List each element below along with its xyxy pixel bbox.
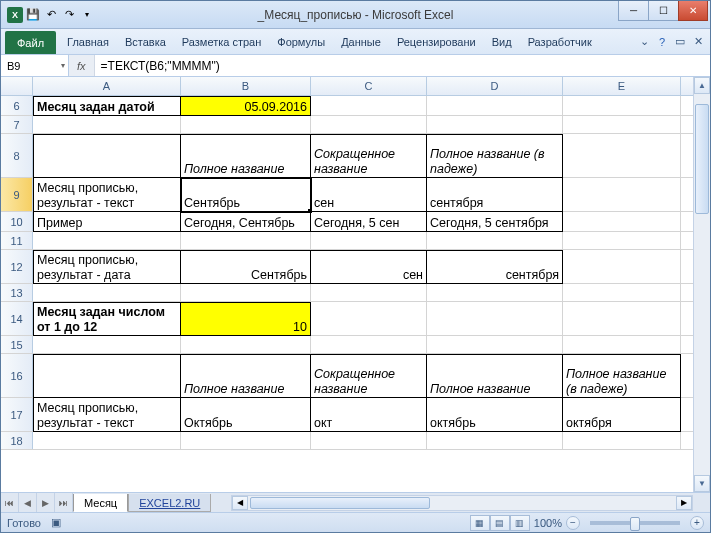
- cell-D14[interactable]: [427, 302, 563, 335]
- cell-A6[interactable]: Месяц задан датой: [33, 96, 181, 116]
- qat-dropdown-icon[interactable]: ▾: [79, 7, 95, 23]
- row-header[interactable]: 18: [1, 432, 33, 449]
- cell-E17[interactable]: октября: [563, 398, 681, 432]
- cell-A10[interactable]: Пример: [33, 212, 181, 232]
- cell-E9[interactable]: [563, 178, 681, 211]
- cell-E12[interactable]: [563, 250, 681, 283]
- undo-icon[interactable]: ↶: [43, 7, 59, 23]
- row-header[interactable]: 17: [1, 398, 33, 431]
- formula-input[interactable]: =ТЕКСТ(B6;"ММММ"): [95, 55, 710, 76]
- row-header[interactable]: 12: [1, 250, 33, 283]
- cell-D17[interactable]: октябрь: [427, 398, 563, 432]
- cell-C17[interactable]: окт: [311, 398, 427, 432]
- cell-B7[interactable]: [181, 116, 311, 134]
- cell-E13[interactable]: [563, 284, 681, 302]
- cell-B10[interactable]: Сегодня, Сентябрь: [181, 212, 311, 232]
- sheet-nav-prev-icon[interactable]: ◀: [19, 493, 37, 512]
- hscroll-thumb[interactable]: [250, 497, 430, 509]
- row-header[interactable]: 9: [1, 178, 33, 211]
- horizontal-scrollbar[interactable]: ◀ ▶: [231, 495, 693, 511]
- close-button[interactable]: ✕: [678, 1, 708, 21]
- cell-C13[interactable]: [311, 284, 427, 302]
- cell-C12[interactable]: сен: [311, 250, 427, 284]
- cell-B11[interactable]: [181, 232, 311, 250]
- view-page-break-button[interactable]: ▥: [510, 515, 530, 531]
- macro-record-icon[interactable]: ▣: [51, 516, 61, 529]
- help-icon[interactable]: ?: [654, 34, 670, 50]
- scroll-left-button[interactable]: ◀: [232, 496, 248, 510]
- tab-developer[interactable]: Разработчик: [520, 29, 600, 54]
- row-header[interactable]: 16: [1, 354, 33, 397]
- save-icon[interactable]: 💾: [25, 7, 41, 23]
- cell-B13[interactable]: [181, 284, 311, 302]
- cell-B6[interactable]: 05.09.2016: [181, 96, 311, 116]
- cell-E11[interactable]: [563, 232, 681, 250]
- cell-D12[interactable]: сентября: [427, 250, 563, 284]
- name-box[interactable]: B9: [1, 55, 69, 76]
- sheet-nav-last-icon[interactable]: ⏭: [55, 493, 73, 512]
- row-header[interactable]: 11: [1, 232, 33, 249]
- row-header[interactable]: 14: [1, 302, 33, 335]
- cell-A8[interactable]: [33, 134, 181, 178]
- cell-D7[interactable]: [427, 116, 563, 134]
- row-header[interactable]: 13: [1, 284, 33, 301]
- window-close-icon[interactable]: ✕: [690, 34, 706, 50]
- cell-A11[interactable]: [33, 232, 181, 250]
- cell-E16[interactable]: Полное название (в падеже): [563, 354, 681, 398]
- cell-A18[interactable]: [33, 432, 181, 450]
- scroll-up-button[interactable]: ▲: [694, 77, 710, 94]
- cell-D16[interactable]: Полное название: [427, 354, 563, 398]
- tab-review[interactable]: Рецензировани: [389, 29, 484, 54]
- maximize-button[interactable]: ☐: [648, 1, 678, 21]
- col-header-A[interactable]: A: [33, 77, 181, 95]
- zoom-in-button[interactable]: +: [690, 516, 704, 530]
- select-all-corner[interactable]: [1, 77, 33, 95]
- cell-C9[interactable]: сен: [311, 178, 427, 212]
- cell-E15[interactable]: [563, 336, 681, 354]
- tab-insert[interactable]: Вставка: [117, 29, 174, 54]
- row-header[interactable]: 6: [1, 96, 33, 115]
- row-header[interactable]: 15: [1, 336, 33, 353]
- col-header-C[interactable]: C: [311, 77, 427, 95]
- cell-C8[interactable]: Сокращенное название: [311, 134, 427, 178]
- cell-C11[interactable]: [311, 232, 427, 250]
- cell-B14[interactable]: 10: [181, 302, 311, 336]
- window-restore-icon[interactable]: ▭: [672, 34, 688, 50]
- col-header-E[interactable]: E: [563, 77, 681, 95]
- view-normal-button[interactable]: ▦: [470, 515, 490, 531]
- zoom-level[interactable]: 100%: [534, 517, 562, 529]
- col-header-D[interactable]: D: [427, 77, 563, 95]
- cell-E14[interactable]: [563, 302, 681, 335]
- cell-A15[interactable]: [33, 336, 181, 354]
- scroll-down-button[interactable]: ▼: [694, 475, 710, 492]
- file-tab[interactable]: Файл: [5, 31, 56, 54]
- cell-E10[interactable]: [563, 212, 681, 231]
- cell-D13[interactable]: [427, 284, 563, 302]
- cell-A9[interactable]: Месяц прописью, результат - текст: [33, 178, 181, 212]
- cell-D9[interactable]: сентября: [427, 178, 563, 212]
- cell-D10[interactable]: Сегодня, 5 сентября: [427, 212, 563, 232]
- cell-B16[interactable]: Полное название: [181, 354, 311, 398]
- cell-D15[interactable]: [427, 336, 563, 354]
- cell-C16[interactable]: Сокращенное название: [311, 354, 427, 398]
- minimize-button[interactable]: ─: [618, 1, 648, 21]
- cell-B18[interactable]: [181, 432, 311, 450]
- cell-A17[interactable]: Месяц прописью, результат - текст: [33, 398, 181, 432]
- cell-E6[interactable]: [563, 96, 681, 115]
- fx-icon[interactable]: fx: [73, 60, 90, 72]
- vscroll-thumb[interactable]: [695, 104, 709, 214]
- cell-D18[interactable]: [427, 432, 563, 450]
- cell-A7[interactable]: [33, 116, 181, 134]
- cell-D6[interactable]: [427, 96, 563, 115]
- vertical-scrollbar[interactable]: ▲ ▼: [693, 77, 710, 492]
- cell-C6[interactable]: [311, 96, 427, 115]
- cell-C18[interactable]: [311, 432, 427, 450]
- tab-view[interactable]: Вид: [484, 29, 520, 54]
- cell-B9[interactable]: Сентябрь: [181, 178, 311, 212]
- view-page-layout-button[interactable]: ▤: [490, 515, 510, 531]
- sheet-tab-active[interactable]: Месяц: [73, 494, 128, 512]
- cell-A16[interactable]: [33, 354, 181, 398]
- col-header-B[interactable]: B: [181, 77, 311, 95]
- row-header[interactable]: 10: [1, 212, 33, 231]
- cell-C15[interactable]: [311, 336, 427, 354]
